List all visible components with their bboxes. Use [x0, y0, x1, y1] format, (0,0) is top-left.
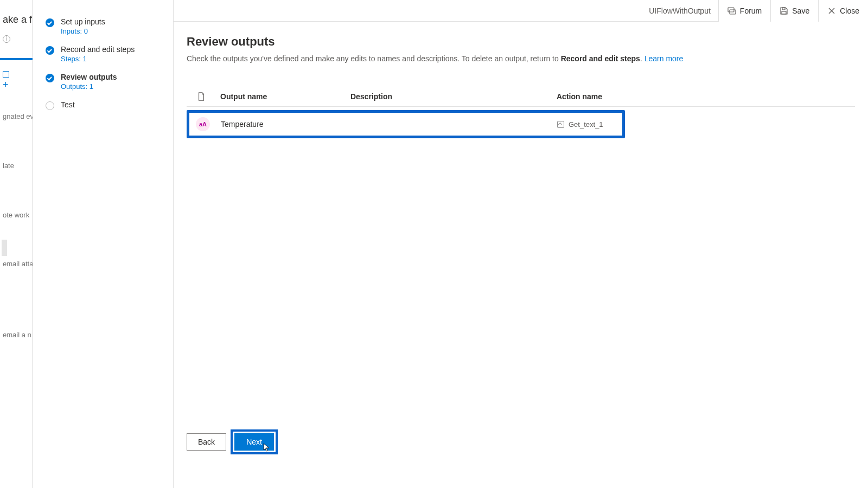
flow-name: UIFlowWithOutput	[641, 7, 718, 15]
step-subtitle: Outputs: 1	[61, 82, 117, 91]
save-label: Save	[792, 7, 809, 15]
forum-label: Forum	[740, 7, 762, 15]
step-subtitle: Steps: 1	[61, 55, 135, 63]
forum-button[interactable]: Forum	[718, 0, 770, 22]
wizard-step-sidebar: Set up inputs Inputs: 0 Record and edit …	[33, 0, 174, 488]
check-icon	[46, 18, 54, 27]
outputs-table: Output name Description Action name aA T…	[187, 89, 855, 140]
chat-icon	[727, 7, 736, 15]
save-icon	[780, 7, 788, 15]
step-title: Test	[61, 100, 75, 109]
action-name-cell: Get_text_1	[557, 120, 785, 129]
close-icon	[827, 7, 836, 15]
close-button[interactable]: Close	[818, 0, 868, 22]
top-toolbar: UIFlowWithOutput Forum Save Close	[174, 0, 868, 22]
save-button[interactable]: Save	[770, 0, 818, 22]
output-name-cell: Temperature	[221, 120, 351, 129]
background-panel: ake a fl i + gnated even late ote work e…	[0, 0, 33, 488]
page-subtitle: Check the outputs you've defined and mak…	[187, 54, 855, 63]
step-set-up-inputs[interactable]: Set up inputs Inputs: 0	[33, 15, 173, 43]
step-test[interactable]: Test	[33, 98, 173, 118]
next-button[interactable]: Next	[234, 433, 274, 451]
table-header: Output name Description Action name	[187, 89, 855, 107]
step-record-and-edit[interactable]: Record and edit steps Steps: 1	[33, 43, 173, 70]
cursor-icon	[263, 443, 270, 452]
file-icon	[187, 92, 219, 101]
table-row[interactable]: aA Temperature Get_text_1	[187, 110, 625, 138]
next-button-highlight: Next	[231, 429, 278, 454]
page-title: Review outputs	[187, 35, 855, 49]
info-icon: i	[3, 35, 10, 43]
action-icon	[557, 121, 564, 128]
step-title: Review outputs	[61, 73, 117, 81]
bg-progress-bar	[0, 58, 33, 60]
bg-side-text: gnated even late ote work email attac em…	[0, 111, 32, 341]
step-subtitle: Inputs: 0	[61, 27, 105, 35]
svg-rect-3	[782, 11, 786, 14]
col-output-name[interactable]: Output name	[219, 92, 349, 101]
learn-more-link[interactable]: Learn more	[644, 54, 684, 63]
close-label: Close	[840, 7, 859, 15]
col-action-name[interactable]: Action name	[556, 92, 783, 101]
bg-title: ake a fl	[0, 11, 32, 29]
bg-mini-icons: +	[3, 71, 32, 89]
step-title: Set up inputs	[61, 17, 105, 26]
step-title: Record and edit steps	[61, 45, 135, 54]
check-icon	[46, 46, 54, 55]
check-icon	[46, 74, 54, 82]
step-review-outputs[interactable]: Review outputs Outputs: 1	[33, 70, 173, 98]
col-description[interactable]: Description	[349, 92, 556, 101]
back-button[interactable]: Back	[187, 433, 226, 451]
svg-rect-2	[782, 8, 785, 10]
wizard-footer: Back Next	[187, 429, 278, 454]
main-content: Review outputs Check the outputs you've …	[174, 22, 868, 488]
text-type-icon: aA	[196, 117, 210, 131]
circle-icon	[46, 101, 54, 110]
